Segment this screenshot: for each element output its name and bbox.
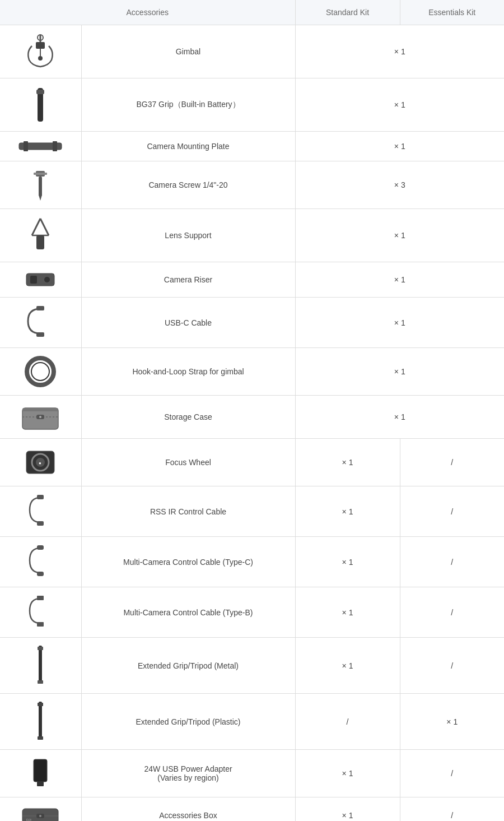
standard-camera-screw: × 3 (295, 161, 504, 209)
svg-rect-44 (38, 647, 43, 650)
icon-camera-riser (0, 262, 81, 298)
standard-storage-case: × 1 (295, 396, 504, 439)
essentials-rss-ir-cable: / (400, 486, 504, 537)
svg-rect-17 (36, 235, 44, 249)
essentials-multi-cam-typeb: / (400, 587, 504, 638)
standard-lens-support: × 1 (295, 209, 504, 262)
svg-rect-19 (30, 276, 37, 284)
icon-multi-cam-typec (0, 537, 81, 587)
name-gimbal: Gimbal (81, 25, 295, 78)
table-row: Storage Case× 1 (0, 396, 504, 439)
icon-storage-case (0, 396, 81, 439)
standard-hook-loop-gimbal: × 1 (295, 348, 504, 396)
svg-rect-12 (34, 173, 47, 175)
standard-extended-grip-metal: × 1 (295, 638, 400, 694)
svg-rect-45 (38, 680, 43, 684)
standard-bg37-grip: × 1 (295, 78, 504, 132)
table-row: BG37 Grip（Built-in Battery）× 1 (0, 78, 504, 132)
accessories-table: Accessories Standard Kit Essentials Kit … (0, 0, 504, 821)
icon-rss-ir-cable (0, 486, 81, 537)
table-row: Gimbal× 1 (0, 25, 504, 78)
svg-rect-51 (37, 782, 44, 786)
svg-rect-10 (53, 141, 57, 151)
table-row: 24W USB Power Adapter(Varies by region)×… (0, 750, 504, 797)
name-multi-cam-typec: Multi-Camera Control Cable (Type-C) (81, 537, 295, 587)
svg-rect-13 (39, 177, 42, 196)
svg-rect-6 (36, 90, 44, 94)
standard-camera-mounting-plate: × 1 (295, 132, 504, 161)
svg-rect-2 (36, 42, 45, 49)
col-header-accessories: Accessories (0, 0, 295, 25)
icon-hook-loop-gimbal (0, 348, 81, 396)
icon-camera-screw (0, 161, 81, 209)
col-header-essentials: Essentials Kit (400, 0, 504, 25)
svg-rect-22 (36, 306, 44, 310)
svg-rect-23 (36, 332, 44, 337)
essentials-usb-power-adapter: / (400, 750, 504, 797)
icon-focus-wheel: ● (0, 439, 81, 486)
svg-text:●: ● (39, 461, 41, 466)
svg-rect-40 (37, 572, 44, 576)
standard-multi-cam-typeb: × 1 (295, 587, 400, 638)
standard-accessories-box: × 1 (295, 797, 400, 822)
svg-rect-47 (38, 703, 43, 706)
name-accessories-box: Accessories Box (81, 797, 295, 822)
svg-text:DJI: DJI (26, 818, 31, 821)
svg-rect-46 (39, 702, 42, 740)
table-row: RSS IR Control Cable× 1/ (0, 486, 504, 537)
table-row: Extended Grip/Tripod (Metal)× 1/ (0, 638, 504, 694)
svg-point-25 (31, 363, 49, 381)
name-storage-case: Storage Case (81, 396, 295, 439)
essentials-focus-wheel: / (400, 439, 504, 486)
name-usb-power-adapter: 24W USB Power Adapter(Varies by region) (81, 750, 295, 797)
svg-point-56 (39, 815, 41, 817)
standard-multi-cam-typec: × 1 (295, 537, 400, 587)
name-focus-wheel: Focus Wheel (81, 439, 295, 486)
standard-gimbal: × 1 (295, 25, 504, 78)
table-row: USB-C Cable× 1 (0, 298, 504, 348)
standard-rss-ir-cable: × 1 (295, 486, 400, 537)
standard-extended-grip-plastic: / (295, 694, 400, 750)
icon-usb-c-cable (0, 298, 81, 348)
table-row: Camera Screw 1/4"-20× 3 (0, 161, 504, 209)
table-row: Hook-and-Loop Strap for gimbal× 1 (0, 348, 504, 396)
table-row: Extended Grip/Tripod (Plastic)/× 1 (0, 694, 504, 750)
icon-bg37-grip (0, 78, 81, 132)
icon-multi-cam-typeb (0, 587, 81, 638)
svg-line-14 (32, 219, 40, 235)
svg-rect-43 (39, 646, 42, 684)
name-multi-cam-typeb: Multi-Camera Control Cable (Type-B) (81, 587, 295, 638)
icon-lens-support (0, 209, 81, 262)
svg-rect-39 (37, 545, 44, 550)
svg-point-4 (38, 56, 43, 61)
svg-rect-37 (37, 495, 44, 499)
name-rss-ir-cable: RSS IR Control Cable (81, 486, 295, 537)
name-lens-support: Lens Support (81, 209, 295, 262)
name-bg37-grip: BG37 Grip（Built-in Battery） (81, 78, 295, 132)
essentials-multi-cam-typec: / (400, 537, 504, 587)
standard-camera-riser: × 1 (295, 262, 504, 298)
svg-rect-42 (37, 622, 44, 627)
name-camera-mounting-plate: Camera Mounting Plate (81, 132, 295, 161)
icon-extended-grip-metal (0, 638, 81, 694)
svg-point-31 (39, 416, 41, 418)
name-extended-grip-metal: Extended Grip/Tripod (Metal) (81, 638, 295, 694)
svg-point-20 (44, 277, 50, 282)
table-row: Multi-Camera Control Cable (Type-B)× 1/ (0, 587, 504, 638)
table-row: Camera Riser× 1 (0, 262, 504, 298)
essentials-extended-grip-plastic: × 1 (400, 694, 504, 750)
table-row: Lens Support× 1 (0, 209, 504, 262)
icon-gimbal (0, 25, 81, 78)
essentials-accessories-box: / (400, 797, 504, 822)
icon-accessories-box: DJI (0, 797, 81, 822)
svg-rect-48 (38, 736, 43, 740)
svg-rect-9 (24, 141, 28, 151)
standard-usb-power-adapter: × 1 (295, 750, 400, 797)
name-hook-loop-gimbal: Hook-and-Loop Strap for gimbal (81, 348, 295, 396)
name-extended-grip-plastic: Extended Grip/Tripod (Plastic) (81, 694, 295, 750)
name-camera-screw: Camera Screw 1/4"-20 (81, 161, 295, 209)
icon-camera-mounting-plate (0, 132, 81, 161)
standard-focus-wheel: × 1 (295, 439, 400, 486)
name-camera-riser: Camera Riser (81, 262, 295, 298)
table-row: ● Focus Wheel× 1/ (0, 439, 504, 486)
